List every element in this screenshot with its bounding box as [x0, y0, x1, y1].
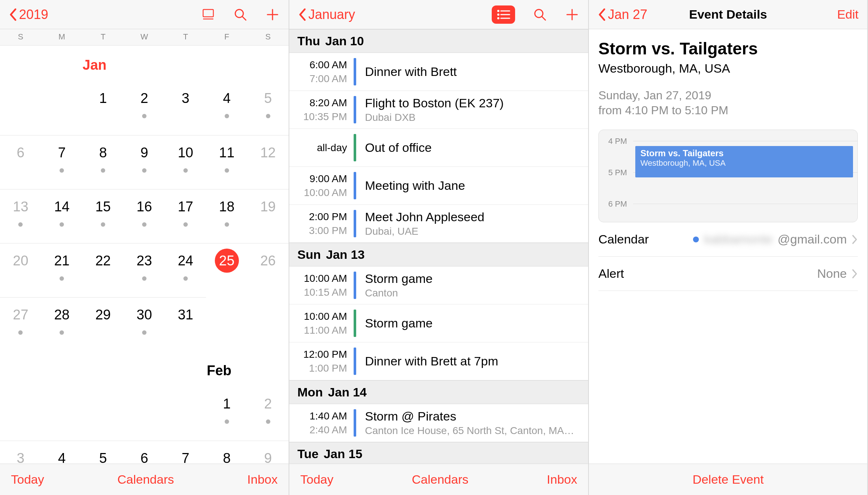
day-number[interactable]: 4 — [215, 86, 239, 110]
calendar-cell[interactable]: 9 — [247, 441, 289, 464]
day-number[interactable]: 10 — [174, 141, 198, 165]
calendar-cell[interactable]: 22 — [83, 243, 124, 297]
day-number[interactable]: 19 — [256, 195, 280, 219]
view-mode-button[interactable] — [201, 7, 216, 22]
calendar-cell[interactable]: 20 — [0, 243, 41, 297]
calendar-cell[interactable]: 10 — [165, 135, 206, 189]
day-number[interactable]: 15 — [91, 195, 115, 219]
event-row[interactable]: 2:00 PM3:00 PMMeet John AppleseedDubai, … — [289, 205, 588, 243]
day-number[interactable]: 6 — [8, 141, 33, 165]
event-row[interactable]: all-dayOut of office — [289, 129, 588, 167]
calendar-cell[interactable]: 23 — [124, 243, 165, 297]
event-row[interactable]: 1:40 AM2:40 AMStorm @ PiratesCanton Ice … — [289, 404, 588, 442]
day-number[interactable]: 1 — [91, 86, 115, 110]
calendar-cell[interactable]: 31 — [165, 297, 206, 351]
calendar-cell[interactable]: 11 — [206, 135, 247, 189]
calendar-cell[interactable]: 2 — [124, 81, 165, 135]
day-number[interactable]: 18 — [215, 195, 239, 219]
day-number[interactable]: 30 — [132, 303, 156, 327]
calendar-cell[interactable]: 15 — [83, 189, 124, 243]
list-mode-button[interactable] — [492, 5, 515, 24]
calendar-cell[interactable]: 7 — [41, 135, 83, 189]
calendar-cell[interactable]: 13 — [0, 189, 41, 243]
day-number[interactable]: 5 — [91, 446, 115, 464]
day-number[interactable]: 17 — [174, 195, 198, 219]
calendar-cell[interactable]: 3 — [0, 441, 41, 464]
calendar-cell[interactable]: 30 — [124, 297, 165, 351]
day-number[interactable]: 14 — [50, 195, 74, 219]
day-number[interactable]: 5 — [256, 86, 280, 110]
day-number[interactable]: 28 — [50, 303, 74, 327]
day-number[interactable]: 16 — [132, 195, 156, 219]
calendar-cell[interactable]: 27 — [0, 297, 41, 351]
timeline-event-block[interactable]: Storm vs. Tailgaters Westborough, MA, US… — [635, 146, 853, 177]
day-number[interactable]: 8 — [91, 141, 115, 165]
day-number[interactable]: 23 — [132, 249, 156, 273]
calendar-cell[interactable]: 28 — [41, 297, 83, 351]
calendars-button[interactable]: Calendars — [117, 472, 174, 487]
calendar-cell[interactable]: 5 — [247, 81, 289, 135]
day-number[interactable]: 7 — [50, 141, 74, 165]
calendar-cell[interactable]: 6 — [124, 441, 165, 464]
today-button[interactable]: Today — [11, 472, 44, 487]
day-number[interactable]: 9 — [256, 446, 280, 464]
calendar-cell[interactable]: 19 — [247, 189, 289, 243]
back-to-year-button[interactable]: 2019 — [9, 7, 48, 22]
day-number[interactable]: 21 — [50, 249, 74, 273]
day-number[interactable]: 11 — [215, 141, 239, 165]
day-number[interactable]: 25 — [215, 249, 239, 273]
calendar-cell[interactable]: 6 — [0, 135, 41, 189]
event-row[interactable]: 9:00 AM10:00 AMMeeting with Jane — [289, 167, 588, 205]
agenda-scroll[interactable]: ThuJan 106:00 AM7:00 AMDinner with Brett… — [289, 29, 588, 464]
add-event-button[interactable] — [565, 7, 579, 22]
search-button[interactable] — [233, 7, 248, 22]
day-number[interactable]: 2 — [132, 86, 156, 110]
delete-event-button[interactable]: Delete Event — [693, 472, 764, 487]
event-row[interactable]: 12:00 PM1:00 PMDinner with Brett at 7pm — [289, 342, 588, 380]
calendar-cell[interactable]: 2 — [247, 387, 289, 441]
calendar-cell[interactable]: 21 — [41, 243, 83, 297]
day-number[interactable]: 12 — [256, 141, 280, 165]
edit-button[interactable]: Edit — [837, 7, 859, 22]
calendar-setting-row[interactable]: Calendar kabbamonte@gmail.com — [598, 222, 858, 257]
calendars-button[interactable]: Calendars — [412, 472, 468, 487]
day-number[interactable]: 13 — [8, 195, 33, 219]
calendar-cell[interactable]: 4 — [41, 441, 83, 464]
inbox-button[interactable]: Inbox — [547, 472, 577, 487]
calendar-cell[interactable]: 25 — [206, 243, 247, 297]
calendar-cell[interactable]: 12 — [247, 135, 289, 189]
day-number[interactable]: 26 — [256, 249, 280, 273]
calendar-cell[interactable]: 8 — [83, 135, 124, 189]
month-scroll[interactable]: Jan 123456789101112131415161718192021222… — [0, 46, 289, 464]
event-row[interactable]: 8:20 AM10:35 PMFlight to Boston (EK 237)… — [289, 91, 588, 129]
calendar-cell[interactable]: 5 — [83, 441, 124, 464]
day-number[interactable]: 29 — [91, 303, 115, 327]
event-row[interactable]: 10:00 AM10:15 AMStorm gameCanton — [289, 266, 588, 304]
calendar-cell[interactable]: 17 — [165, 189, 206, 243]
calendar-cell[interactable]: 4 — [206, 81, 247, 135]
add-event-button[interactable] — [265, 7, 280, 22]
day-number[interactable]: 9 — [132, 141, 156, 165]
detail-scroll[interactable]: Storm vs. Tailgaters Westborough, MA, US… — [589, 29, 867, 464]
day-number[interactable]: 7 — [174, 446, 198, 464]
calendar-cell[interactable]: 29 — [83, 297, 124, 351]
day-number[interactable]: 31 — [174, 303, 198, 327]
calendar-cell[interactable]: 24 — [165, 243, 206, 297]
event-row[interactable]: 10:00 AM11:00 AMStorm game — [289, 304, 588, 342]
calendar-cell[interactable]: 18 — [206, 189, 247, 243]
calendar-cell[interactable]: 26 — [247, 243, 289, 297]
day-number[interactable]: 6 — [132, 446, 156, 464]
day-number[interactable]: 22 — [91, 249, 115, 273]
inbox-button[interactable]: Inbox — [247, 472, 278, 487]
calendar-cell[interactable]: 1 — [206, 387, 247, 441]
calendar-cell[interactable]: 1 — [83, 81, 124, 135]
day-number[interactable]: 20 — [8, 249, 33, 273]
today-button[interactable]: Today — [300, 472, 334, 487]
back-to-day-button[interactable]: Jan 27 — [598, 7, 647, 22]
alert-setting-row[interactable]: Alert None — [598, 257, 858, 291]
day-number[interactable]: 3 — [8, 446, 33, 464]
day-number[interactable]: 1 — [215, 392, 239, 416]
calendar-cell[interactable]: 8 — [206, 441, 247, 464]
day-number[interactable]: 4 — [50, 446, 74, 464]
calendar-cell[interactable]: 14 — [41, 189, 83, 243]
